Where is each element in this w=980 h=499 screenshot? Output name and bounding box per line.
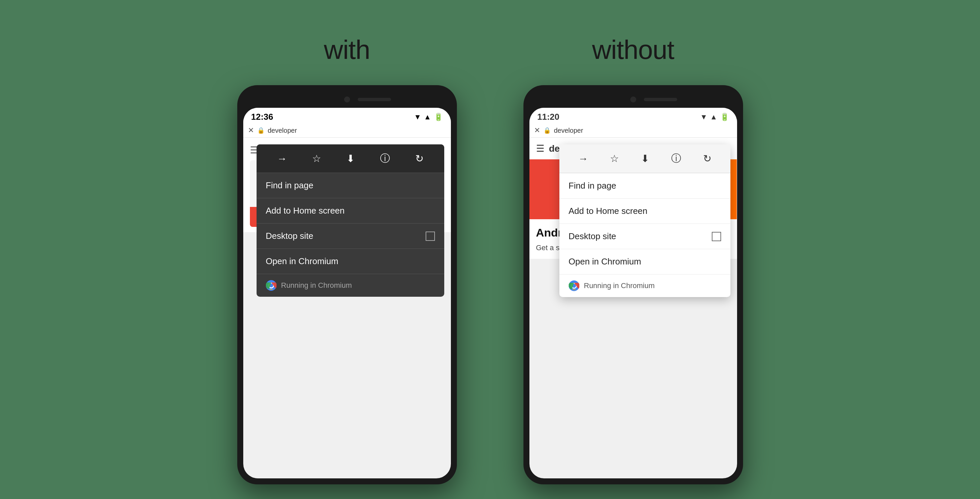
left-menu-star-icon[interactable]: ☆ [312, 153, 321, 164]
left-menu-desktop-label: Desktop site [266, 231, 313, 241]
right-menu-add-to-home[interactable]: Add to Home screen [559, 198, 730, 224]
right-menu-find-label: Find in page [569, 181, 616, 191]
right-status-bar: 11:20 ▼ ▲ 🔋 [530, 108, 737, 124]
left-menu-open-chromium[interactable]: Open in Chromium [256, 248, 444, 274]
main-container: with 12:36 ▼ ▲ 🔋 ✕ [237, 14, 743, 485]
left-menu-add-to-home[interactable]: Add to Home screen [256, 198, 444, 223]
right-menu-refresh-icon[interactable]: ↻ [703, 153, 711, 164]
left-phone-top-bar [243, 91, 451, 108]
left-menu-desktop-checkbox[interactable] [426, 232, 435, 241]
left-menu-info-icon[interactable]: ⓘ [380, 152, 390, 165]
left-menu-icons-row: → ☆ ⬇ ⓘ ↻ [256, 145, 444, 173]
right-wifi-icon: ▼ [700, 113, 708, 121]
left-phone-screen: 12:36 ▼ ▲ 🔋 ✕ 🔒 developer ☰ [243, 108, 451, 478]
right-menu-open-chromium[interactable]: Open in Chromium [559, 249, 730, 274]
left-menu-chromium-label: Open in Chromium [266, 256, 339, 267]
right-battery-icon: 🔋 [720, 113, 729, 121]
left-menu-find-in-page[interactable]: Find in page [256, 173, 444, 198]
right-menu-star-icon[interactable]: ☆ [610, 153, 619, 164]
right-running-in-chromium: Running in Chromium [584, 281, 655, 290]
left-menu-desktop-site[interactable]: Desktop site [256, 223, 444, 248]
right-menu-popup[interactable]: → ☆ ⬇ ⓘ ↻ Find in page Add to Home scree… [559, 145, 730, 297]
left-status-bar: 12:36 ▼ ▲ 🔋 [243, 108, 451, 124]
right-menu-find-in-page[interactable]: Find in page [559, 173, 730, 198]
right-hamburger-icon[interactable]: ☰ [536, 143, 544, 154]
right-status-icons: ▼ ▲ 🔋 [700, 113, 729, 121]
right-menu-desktop-label: Desktop site [569, 231, 616, 242]
right-close-icon[interactable]: ✕ [534, 126, 540, 135]
right-browser-bar: ✕ 🔒 developer [530, 124, 737, 138]
left-menu-refresh-icon[interactable]: ↻ [415, 153, 423, 164]
right-camera [630, 97, 636, 102]
right-menu-forward-icon[interactable]: → [578, 153, 588, 164]
right-menu-add-label: Add to Home screen [569, 206, 648, 216]
left-menu-add-label: Add to Home screen [266, 206, 345, 216]
left-camera [344, 97, 350, 102]
left-status-icons: ▼ ▲ 🔋 [414, 113, 443, 121]
right-phone-screen: 11:20 ▼ ▲ 🔋 ✕ 🔒 developer ☰ develo [530, 108, 737, 478]
right-url: developer [554, 127, 732, 134]
right-label: without [592, 35, 674, 65]
right-menu-download-icon[interactable]: ⬇ [641, 153, 649, 164]
left-signal-icon: ▲ [424, 113, 431, 121]
right-phone-top-bar [530, 91, 737, 108]
left-menu-find-label: Find in page [266, 180, 313, 191]
right-menu-footer: Running in Chromium [559, 274, 730, 297]
right-menu-desktop-checkbox[interactable] [712, 232, 721, 241]
left-battery-icon: 🔋 [434, 113, 443, 121]
right-time: 11:20 [538, 112, 560, 122]
left-menu-popup[interactable]: → ☆ ⬇ ⓘ ↻ Find in page Add to Home scree… [256, 145, 444, 297]
right-menu-info-icon[interactable]: ⓘ [671, 152, 681, 165]
left-menu-download-icon[interactable]: ⬇ [347, 153, 355, 164]
right-menu-desktop-site[interactable]: Desktop site [559, 224, 730, 249]
right-chromium-icon [569, 280, 579, 291]
left-wifi-icon: ▼ [414, 113, 421, 121]
left-chromium-icon [266, 280, 277, 291]
right-signal-icon: ▲ [710, 113, 718, 121]
left-section: with 12:36 ▼ ▲ 🔋 ✕ [237, 35, 457, 485]
left-time: 12:36 [251, 112, 274, 122]
right-speaker [644, 98, 677, 101]
right-menu-icons-row: → ☆ ⬇ ⓘ ↻ [559, 145, 730, 173]
right-menu-chromium-label: Open in Chromium [569, 256, 641, 267]
left-phone: 12:36 ▼ ▲ 🔋 ✕ 🔒 developer ☰ [237, 85, 457, 485]
right-section: without 11:20 ▼ ▲ 🔋 ✕ [523, 35, 743, 485]
left-speaker [358, 98, 391, 101]
left-url: developer [268, 127, 446, 134]
left-close-icon[interactable]: ✕ [248, 126, 254, 135]
right-lock-icon: 🔒 [543, 127, 551, 134]
right-phone: 11:20 ▼ ▲ 🔋 ✕ 🔒 developer ☰ develo [523, 85, 743, 485]
left-browser-bar: ✕ 🔒 developer [243, 124, 451, 138]
left-lock-icon: 🔒 [257, 127, 264, 134]
left-running-in-chromium: Running in Chromium [281, 281, 352, 290]
left-label: with [324, 35, 370, 65]
left-menu-forward-icon[interactable]: → [277, 153, 287, 164]
left-menu-footer: Running in Chromium [256, 274, 444, 297]
